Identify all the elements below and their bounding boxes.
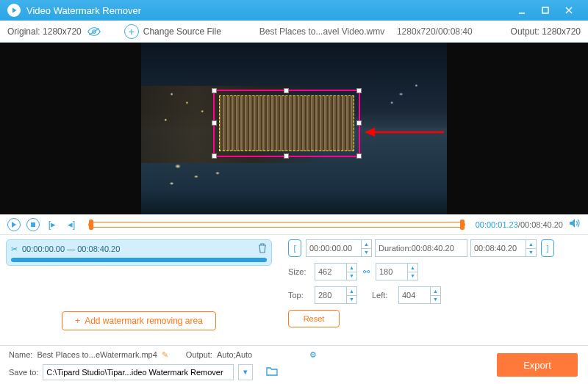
play-button[interactable] — [7, 218, 21, 231]
svg-line-5 — [89, 28, 99, 35]
duration-input[interactable]: Duration:00:08:40.20 — [375, 239, 467, 257]
height-spinner[interactable]: ▲▼ — [408, 263, 418, 280]
stop-button[interactable] — [26, 218, 40, 231]
name-label: Name: — [9, 350, 32, 359]
output-format-value: Auto;Auto — [217, 350, 305, 359]
seek-end-thumb[interactable] — [460, 220, 465, 230]
start-time-input[interactable]: 00:00:00.00 — [306, 239, 362, 257]
current-time: 00:00:01.23 — [476, 220, 518, 229]
top-label: Top: — [288, 291, 315, 300]
output-resolution: 1280x720 — [542, 26, 581, 37]
svg-rect-9 — [31, 222, 35, 227]
toolbar: Original: 1280x720 + Change Source File … — [0, 21, 588, 43]
change-source-label: Change Source File — [143, 26, 221, 37]
resize-handle-mr[interactable] — [356, 120, 362, 126]
left-panel: ✂ 00:00:00.00 — 00:08:40.20 + Add waterm… — [0, 235, 278, 345]
save-to-label: Save to: — [9, 368, 38, 377]
main-content: ✂ 00:00:00.00 — 00:08:40.20 + Add waterm… — [0, 235, 588, 345]
current-filename: Best Places to...avel Video.wmv — [259, 26, 385, 37]
top-spinner[interactable]: ▲▼ — [347, 286, 357, 304]
width-input[interactable]: 462 — [315, 263, 347, 280]
delete-clip-icon[interactable] — [258, 243, 267, 255]
size-label: Size: — [288, 267, 315, 276]
resize-handle-tr[interactable] — [356, 88, 362, 93]
annotation-arrow-icon — [365, 126, 445, 138]
left-spinner[interactable]: ▲▼ — [431, 286, 441, 304]
start-time-spinner[interactable]: ▲▼ — [362, 239, 372, 257]
svg-rect-1 — [542, 7, 548, 13]
right-panel: [ 00:00:00.00 ▲▼ Duration:00:08:40.20 00… — [278, 235, 588, 345]
current-file-meta: 1280x720/00:08:40 — [397, 26, 473, 37]
set-end-bracket-button[interactable]: ] — [541, 239, 554, 257]
height-input[interactable]: 180 — [376, 263, 408, 280]
width-spinner[interactable]: ▲▼ — [347, 263, 357, 280]
open-folder-icon[interactable] — [266, 366, 278, 377]
output-name: Best Places to...eWatermark.mp4 — [37, 350, 157, 359]
playback-bar: [▸ ◂] 00:00:01.23/00:08:40.20 — [0, 214, 588, 235]
clip-progress-bar[interactable] — [11, 258, 267, 262]
plus-icon: + — [75, 316, 80, 326]
svg-marker-7 — [365, 128, 375, 137]
volume-icon[interactable] — [569, 218, 581, 231]
scissors-icon: ✂ — [11, 244, 18, 254]
resize-handle-br[interactable] — [356, 153, 362, 159]
compare-icon[interactable] — [87, 26, 101, 37]
minimize-button[interactable] — [510, 0, 534, 21]
export-button[interactable]: Export — [497, 353, 578, 377]
app-title: Video Watermark Remover — [26, 5, 510, 16]
reset-button[interactable]: Reset — [288, 310, 340, 327]
resize-handle-bl[interactable] — [212, 153, 217, 159]
link-dimensions-icon[interactable]: ⚯ — [363, 267, 370, 277]
watermark-selection-rect[interactable] — [213, 90, 360, 157]
video-preview[interactable] — [0, 43, 588, 214]
titlebar: Video Watermark Remover — [0, 0, 588, 21]
original-label: Original: — [7, 26, 40, 37]
clip-segment[interactable]: ✂ 00:00:00.00 — 00:08:40.20 — [6, 239, 272, 266]
mark-in-button[interactable]: [▸ — [46, 218, 59, 231]
save-path-dropdown[interactable]: ▾ — [238, 364, 253, 380]
clip-end-time: 00:08:40.20 — [77, 244, 120, 253]
end-time-spinner[interactable]: ▲▼ — [526, 239, 537, 257]
time-display: 00:00:01.23/00:08:40.20 — [476, 220, 563, 229]
top-input[interactable]: 280 — [315, 286, 347, 304]
add-watermark-area-button[interactable]: + Add watermark removing area — [62, 311, 216, 330]
maximize-button[interactable] — [534, 0, 557, 21]
svg-marker-8 — [12, 222, 16, 228]
original-resolution: 1280x720 — [43, 26, 82, 37]
plus-icon: + — [124, 24, 139, 39]
clip-start-time: 00:00:00.00 — [22, 244, 65, 253]
set-start-bracket-button[interactable]: [ — [288, 239, 301, 257]
change-source-button[interactable]: + Change Source File — [124, 24, 221, 39]
mark-out-button[interactable]: ◂] — [65, 218, 78, 231]
edit-name-icon[interactable]: ✎ — [162, 350, 168, 360]
output-settings-icon[interactable]: ⚙ — [309, 350, 317, 360]
resize-handle-bm[interactable] — [284, 153, 289, 159]
output-label: Output: — [511, 26, 539, 37]
left-input[interactable]: 404 — [398, 286, 431, 304]
close-button[interactable] — [557, 0, 581, 21]
add-area-label: Add watermark removing area — [85, 316, 203, 326]
resize-handle-tl[interactable] — [212, 88, 217, 93]
total-time: 00:08:40.20 — [520, 220, 563, 229]
end-time-input[interactable]: 00:08:40.20 — [470, 239, 526, 257]
resize-handle-ml[interactable] — [212, 120, 217, 126]
left-label: Left: — [372, 291, 398, 300]
bottom-bar: Name: Best Places to...eWatermark.mp4 ✎ … — [0, 345, 588, 384]
app-logo-icon — [7, 4, 21, 17]
file-info: Best Places to...avel Video.wmv 1280x720… — [221, 26, 511, 37]
save-path-input[interactable] — [43, 364, 234, 380]
seek-start-thumb[interactable] — [89, 220, 93, 230]
seek-slider[interactable] — [88, 222, 465, 228]
output-format-label: Output: — [186, 350, 212, 359]
resize-handle-tm[interactable] — [284, 88, 289, 93]
